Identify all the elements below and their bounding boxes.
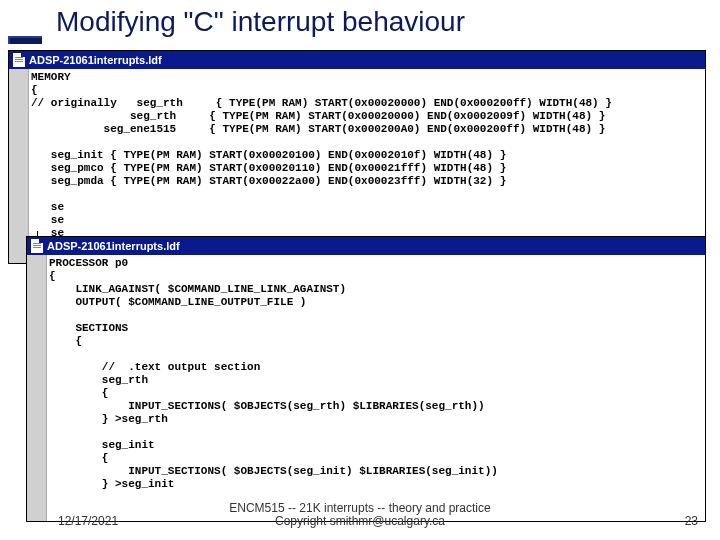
- slide-title: Modifying "C" interrupt behaviour: [56, 6, 465, 38]
- code-content[interactable]: PROCESSOR p0 { LINK_AGAINST( $COMMAND_LI…: [49, 257, 703, 491]
- page-number: 23: [685, 514, 698, 528]
- editor-window-memory: ADSP-21061interrupts.ldf MEMORY { // ori…: [8, 50, 706, 264]
- slide-title-bar: Modifying "C" interrupt behaviour: [0, 0, 720, 44]
- footer-caption: ENCM515 -- 21K interrupts -- theory and …: [0, 502, 720, 528]
- footer-line2: Copyright smithmr@ucalgary.ca: [275, 514, 445, 528]
- footer-line1: ENCM515 -- 21K interrupts -- theory and …: [229, 501, 490, 515]
- filename-label: ADSP-21061interrupts.ldf: [47, 240, 180, 252]
- editor-window-processor: ADSP-21061interrupts.ldf PROCESSOR p0 { …: [26, 236, 706, 522]
- document-icon: [31, 239, 43, 253]
- code-content[interactable]: MEMORY { // originally seg_rth { TYPE(PM…: [31, 71, 703, 253]
- titlebar[interactable]: ADSP-21061interrupts.ldf: [9, 51, 705, 69]
- titlebar[interactable]: ADSP-21061interrupts.ldf: [27, 237, 705, 255]
- filename-label: ADSP-21061interrupts.ldf: [29, 54, 162, 66]
- document-icon: [13, 53, 25, 67]
- line-gutter: [27, 255, 47, 521]
- line-gutter: [9, 69, 29, 263]
